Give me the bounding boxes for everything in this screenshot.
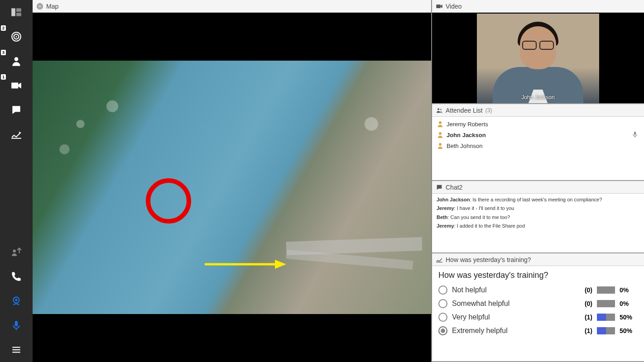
svg-point-26 xyxy=(439,143,442,146)
chat-message: Jeremy: I added it to the File Share pod xyxy=(437,223,639,229)
chat-icon xyxy=(436,184,443,191)
attendee-name: John Jackson xyxy=(447,132,486,138)
phone-icon xyxy=(10,271,22,282)
attendee-status-icon xyxy=(437,120,444,128)
svg-rect-25 xyxy=(634,132,636,135)
poll-option[interactable]: Extremely helpful (1) 50% xyxy=(438,326,638,335)
svg-point-21 xyxy=(437,108,439,110)
sidebar-chat-button[interactable] xyxy=(0,98,33,122)
svg-rect-13 xyxy=(12,349,20,350)
sidebar-phone-button[interactable] xyxy=(0,264,33,289)
video-pod-header[interactable]: Video xyxy=(432,0,644,13)
poll-option[interactable]: Not helpful (0) 0% xyxy=(438,286,638,295)
chat-pod-header[interactable]: Chat2 xyxy=(432,181,644,194)
attendee-count: (3) xyxy=(485,107,492,114)
attendee-row[interactable]: John Jackson xyxy=(436,129,640,140)
svg-rect-20 xyxy=(436,5,440,8)
attendee-name: Jeremy Roberts xyxy=(447,121,488,128)
svg-rect-0 xyxy=(11,8,15,16)
chat-body[interactable]: John Jackson: Is there a recording of la… xyxy=(432,194,644,252)
chat-icon xyxy=(10,104,22,116)
poll-pod-title: How was yesterday's training? xyxy=(446,256,531,263)
svg-point-22 xyxy=(440,109,442,110)
sidebar: 2 3 1 xyxy=(0,0,33,362)
poll-option-bar xyxy=(597,314,615,321)
presenter-video[interactable]: John Jackson xyxy=(477,14,599,103)
person-icon xyxy=(10,55,22,67)
poll-option-pct: 50% xyxy=(620,327,638,334)
poll-pod: How was yesterday's training? How was ye… xyxy=(432,253,644,362)
presenter-name-overlay: John Jackson xyxy=(521,94,554,100)
poll-option[interactable]: Very helpful (1) 50% xyxy=(438,313,638,322)
attendee-row[interactable]: Jeremy Roberts xyxy=(436,119,640,129)
satellite-map[interactable] xyxy=(33,61,431,314)
attendees-icon xyxy=(436,107,443,114)
attendee-pod-header[interactable]: Attendee List (3) xyxy=(432,104,644,117)
svg-point-23 xyxy=(439,121,442,124)
poll-question: How was yesterday's training? xyxy=(438,271,638,280)
sidebar-attendees-button[interactable]: 3 xyxy=(0,49,33,73)
poll-option-pct: 0% xyxy=(620,286,638,294)
sidebar-poll-button[interactable] xyxy=(0,122,33,147)
poll-option-bar xyxy=(597,300,615,307)
attendee-list: Jeremy RobertsJohn JacksonBeth Johnson xyxy=(432,117,644,180)
poll-pod-header[interactable]: How was yesterday's training? xyxy=(432,253,644,266)
video-body[interactable]: John Jackson xyxy=(432,13,644,103)
sidebar-webcam-button[interactable] xyxy=(0,289,33,313)
poll-radio[interactable] xyxy=(438,326,447,335)
right-column: Video John Jackson Attendee List (3) Jer xyxy=(432,0,644,362)
attendee-pod-title: Attendee List xyxy=(446,107,483,114)
layout-icon xyxy=(10,6,22,18)
poll-icon xyxy=(10,129,22,140)
svg-point-6 xyxy=(14,57,19,61)
badge: 3 xyxy=(1,50,6,55)
attendee-status-icon xyxy=(437,142,444,149)
video-pod-title: Video xyxy=(446,3,462,10)
sidebar-mic-button[interactable] xyxy=(0,313,33,338)
poll-option-pct: 50% xyxy=(620,314,638,321)
target-icon xyxy=(36,3,43,10)
attendee-row[interactable]: Beth Johnson xyxy=(436,140,640,151)
poll-option-label: Not helpful xyxy=(452,286,575,294)
sidebar-video-button[interactable]: 1 xyxy=(0,73,33,98)
svg-rect-7 xyxy=(11,83,18,89)
svg-rect-14 xyxy=(12,352,20,352)
poll-option-pct: 0% xyxy=(620,300,638,307)
map-body[interactable] xyxy=(33,13,431,362)
svg-marker-19 xyxy=(275,260,286,269)
svg-point-24 xyxy=(439,132,442,135)
poll-option[interactable]: Somewhat helpful (0) 0% xyxy=(438,299,638,308)
annotation-yellow-arrow xyxy=(205,260,286,269)
video-icon xyxy=(436,3,443,10)
poll-option-count: (1) xyxy=(580,314,592,321)
poll-option-bar xyxy=(597,286,615,294)
attendee-pod: Attendee List (3) Jeremy RobertsJohn Jac… xyxy=(432,104,644,181)
video-pod: Video John Jackson xyxy=(432,0,644,104)
attendee-mic-icon xyxy=(631,131,639,139)
sidebar-menu-button[interactable] xyxy=(0,338,33,362)
attendee-name: Beth Johnson xyxy=(447,143,483,149)
chat-message: Beth: Can you send it to me too? xyxy=(437,214,639,221)
map-pod: Map xyxy=(33,0,432,362)
poll-radio[interactable] xyxy=(438,286,447,295)
sidebar-target-button[interactable]: 2 xyxy=(0,24,33,49)
webcam-icon xyxy=(10,295,22,307)
poll-radio[interactable] xyxy=(438,313,447,322)
badge: 1 xyxy=(1,74,6,80)
sidebar-layout-button[interactable] xyxy=(0,0,33,24)
poll-radio[interactable] xyxy=(438,299,447,308)
poll-option-label: Somewhat helpful xyxy=(452,300,575,308)
map-pod-header[interactable]: Map xyxy=(33,0,431,13)
sidebar-share-button[interactable] xyxy=(0,240,33,264)
chat-pod-title: Chat2 xyxy=(446,184,462,191)
poll-body: How was yesterday's training? Not helpfu… xyxy=(432,266,644,344)
svg-point-8 xyxy=(13,250,16,253)
target-icon xyxy=(10,31,22,43)
svg-rect-2 xyxy=(16,13,21,16)
share-screen-icon xyxy=(10,246,22,258)
poll-option-bar xyxy=(597,327,615,334)
chat-message: Jeremy: I have it - I'll send it to you xyxy=(437,205,639,212)
svg-rect-12 xyxy=(12,347,20,348)
badge: 2 xyxy=(1,25,6,31)
attendee-status-icon xyxy=(437,131,444,138)
